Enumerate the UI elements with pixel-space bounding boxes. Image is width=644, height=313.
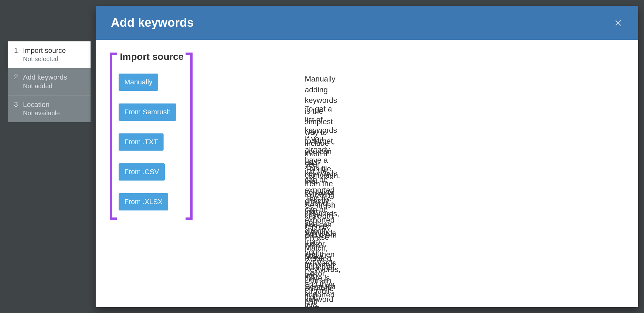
option-row-manually: Manually Manually adding keywords is the… xyxy=(119,74,184,91)
option-xlsx-button[interactable]: From .XLSX xyxy=(119,193,168,210)
wizard-stepper: 1 Import source Not selected 2 Add keywo… xyxy=(8,41,91,122)
section-title: Import source xyxy=(120,51,184,62)
step-number: 3 xyxy=(14,101,23,108)
import-source-highlight: Import source Manually Manually adding k… xyxy=(110,53,193,220)
step-status: Not selected xyxy=(23,55,66,63)
modal-body: Import source Manually Manually adding k… xyxy=(96,40,638,307)
option-row-semrush: From Semrush To get a list of keywords t… xyxy=(119,103,184,121)
option-csv-button[interactable]: From .CSV xyxy=(119,163,165,181)
step-title: Location xyxy=(23,101,60,109)
add-keywords-modal: Add keywords Import source Manually Manu… xyxy=(96,6,638,307)
modal-header: Add keywords xyxy=(96,6,638,40)
step-location[interactable]: 3 Location Not available xyxy=(8,96,91,122)
option-row-xlsx: From .XLSX This file can be exported dir… xyxy=(119,193,184,210)
step-title: Import source xyxy=(23,46,66,55)
step-status: Not available xyxy=(23,109,60,117)
modal-title: Add keywords xyxy=(111,16,194,30)
close-icon xyxy=(613,23,623,29)
option-row-txt: From .TXT If you already have a .txt fil… xyxy=(119,133,184,151)
close-button[interactable] xyxy=(613,18,623,28)
step-number: 1 xyxy=(14,46,23,54)
option-txt-button[interactable]: From .TXT xyxy=(119,133,164,151)
step-number: 2 xyxy=(14,73,23,81)
step-status: Not added xyxy=(23,82,67,90)
option-xlsx-desc: This file can be exported directly from … xyxy=(305,193,336,307)
step-import-source[interactable]: 1 Import source Not selected xyxy=(8,41,91,68)
step-add-keywords[interactable]: 2 Add keywords Not added xyxy=(8,68,91,95)
option-semrush-button[interactable]: From Semrush xyxy=(119,103,176,121)
option-row-csv: From .CSV This file can be exported dire… xyxy=(119,163,184,181)
step-title: Add keywords xyxy=(23,73,67,82)
option-manually-button[interactable]: Manually xyxy=(119,74,158,91)
